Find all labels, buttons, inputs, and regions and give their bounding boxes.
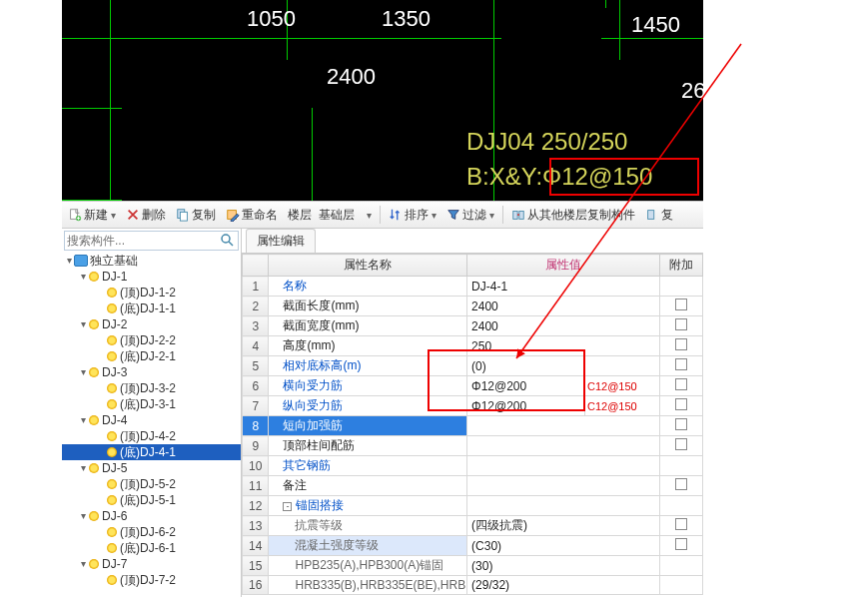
grid-propvalue[interactable]: Φ12@200 <box>467 396 585 416</box>
grid-propname[interactable]: 其它钢筋 <box>269 456 467 476</box>
tree-root[interactable]: ▾独立基础 <box>62 253 241 269</box>
search-input-wrap <box>64 231 239 251</box>
tree-node[interactable]: ▾DJ-4 <box>62 412 241 428</box>
grid-propname[interactable]: -锚固搭接 <box>269 496 467 516</box>
grid-checkbox[interactable] <box>659 336 702 356</box>
rename-button[interactable]: 重命名 <box>222 205 282 226</box>
grid-rownum: 8 <box>243 416 269 436</box>
dim-26: 26 <box>681 78 703 104</box>
grid-checkbox[interactable] <box>659 316 702 336</box>
tree-leaf[interactable]: (底)DJ-1-1 <box>62 300 241 316</box>
grid-propname[interactable]: 高度(mm) <box>269 336 467 356</box>
tree-leaf[interactable]: (底)DJ-4-1 <box>62 444 241 460</box>
grid-propvalue[interactable] <box>467 436 660 456</box>
grid-propname[interactable]: 截面宽度(mm) <box>269 316 467 336</box>
grid-checkbox[interactable] <box>659 396 702 416</box>
grid-checkbox[interactable] <box>659 297 702 316</box>
grid-propname[interactable]: HPB235(A),HPB300(A)锚固 <box>269 556 467 576</box>
grid-rownum: 11 <box>243 476 269 496</box>
tree-leaf[interactable]: (顶)DJ-1-2 <box>62 285 241 300</box>
search-icon[interactable] <box>220 233 236 249</box>
grid-propvalue[interactable] <box>467 456 660 476</box>
tree-leaf[interactable]: (顶)DJ-4-2 <box>62 428 241 444</box>
grid-propvalue[interactable]: 250 <box>467 336 660 356</box>
grid-rownum: 10 <box>243 456 269 476</box>
search-input[interactable] <box>67 234 220 248</box>
dim-2400: 2400 <box>327 64 376 90</box>
component-tree[interactable]: ▾独立基础▾DJ-1(顶)DJ-1-2(底)DJ-1-1▾DJ-2(顶)DJ-2… <box>62 253 241 597</box>
grid-rownum: 6 <box>243 376 269 396</box>
grid-checkbox[interactable] <box>659 436 702 456</box>
grid-propvalue[interactable]: (30) <box>467 556 660 576</box>
tree-node[interactable]: ▾DJ-5 <box>62 460 241 476</box>
tree-leaf[interactable]: (顶)DJ-6-2 <box>62 524 241 540</box>
grid-checkbox[interactable] <box>659 356 702 376</box>
tree-leaf[interactable]: (底)DJ-5-1 <box>62 492 241 508</box>
tree-leaf[interactable]: (顶)DJ-2-2 <box>62 332 241 348</box>
grid-rownum: 9 <box>243 436 269 456</box>
grid-propname[interactable]: 抗震等级 <box>269 516 467 536</box>
property-tab[interactable]: 属性编辑 <box>242 229 703 253</box>
delete-button[interactable]: 删除 <box>122 205 170 226</box>
col-rownum <box>243 255 269 277</box>
toolbar: 新建▾ 删除 复制 重命名 楼层 基础层▾ 排序▾ 过滤▾ 从其他楼层复制构件 … <box>62 201 703 229</box>
tree-leaf[interactable]: (顶)DJ-3-2 <box>62 380 241 396</box>
grid-propname[interactable]: HRB335(B),HRB335E(BE),HRBF <box>269 576 467 595</box>
grid-propname[interactable]: 混凝土强度等级 <box>269 536 467 556</box>
tree-node[interactable]: ▾DJ-7 <box>62 556 241 572</box>
tree-leaf[interactable]: (底)DJ-3-1 <box>62 396 241 412</box>
tree-node[interactable]: ▾DJ-6 <box>62 508 241 524</box>
grid-checkbox <box>659 277 702 297</box>
grid-propname[interactable]: 短向加强筋 <box>269 416 467 436</box>
tree-node[interactable]: ▾DJ-1 <box>62 269 241 285</box>
grid-propvalue[interactable]: (29/32) <box>467 576 660 595</box>
tree-node[interactable]: ▾DJ-2 <box>62 316 241 332</box>
grid-rownum: 4 <box>243 336 269 356</box>
grid-propname[interactable]: 备注 <box>269 476 467 496</box>
grid-checkbox <box>659 556 702 576</box>
grid-checkbox[interactable] <box>659 516 702 536</box>
grid-propname[interactable]: 截面长度(mm) <box>269 297 467 316</box>
grid-propname[interactable]: 相对底标高(m) <box>269 356 467 376</box>
tree-node[interactable]: ▾DJ-3 <box>62 364 241 380</box>
grid-propvalue[interactable] <box>467 496 660 516</box>
new-button[interactable]: 新建▾ <box>64 205 120 226</box>
grid-checkbox[interactable] <box>659 536 702 556</box>
tree-leaf[interactable]: (顶)DJ-7-2 <box>62 572 241 588</box>
grid-propname[interactable]: 横向受力筋 <box>269 376 467 396</box>
grid-checkbox[interactable] <box>659 376 702 396</box>
grid-propvalue[interactable]: Φ12@200 <box>467 376 585 396</box>
floor-selector[interactable]: 楼层 基础层▾ <box>284 205 376 226</box>
grid-propname[interactable]: 纵向受力筋 <box>269 396 467 416</box>
tree-leaf[interactable]: (顶)DJ-5-2 <box>62 476 241 492</box>
dim-1350: 1350 <box>382 6 431 32</box>
grid-propvalue[interactable] <box>467 476 660 496</box>
grid-propvalue[interactable]: 2400 <box>467 297 660 316</box>
grid-propname[interactable]: 名称 <box>269 277 467 297</box>
cad-viewport[interactable]: 1050 1350 1450 2400 26 DJJ04 250/250 B:X… <box>62 0 703 201</box>
tree-leaf[interactable]: (底)DJ-6-1 <box>62 540 241 556</box>
svg-rect-3 <box>180 212 187 221</box>
cad-label-1: DJJ04 250/250 <box>466 128 627 156</box>
tree-leaf[interactable]: (底)DJ-2-1 <box>62 348 241 364</box>
grid-propvalue[interactable] <box>467 416 660 436</box>
grid-propvalue[interactable]: 2400 <box>467 316 660 336</box>
svg-rect-6 <box>519 212 523 220</box>
grid-propvalue[interactable]: (0) <box>467 356 660 376</box>
grid-propvalue[interactable]: DJ-4-1 <box>467 277 660 297</box>
grid-checkbox[interactable] <box>659 416 702 436</box>
grid-checkbox[interactable] <box>659 476 702 496</box>
grid-propname[interactable]: 顶部柱间配筋 <box>269 436 467 456</box>
col-extra: 附加 <box>659 255 702 277</box>
dup-button[interactable]: 复 <box>641 205 677 226</box>
grid-correction: C12@150 <box>585 376 660 396</box>
grid-rownum: 16 <box>243 576 269 595</box>
grid-propvalue[interactable]: (C30) <box>467 536 660 556</box>
filter-button[interactable]: 过滤▾ <box>442 205 498 226</box>
copy-from-floor-button[interactable]: 从其他楼层复制构件 <box>507 205 639 226</box>
copy-button[interactable]: 复制 <box>172 205 220 226</box>
grid-checkbox <box>659 576 702 595</box>
grid-propvalue[interactable]: (四级抗震) <box>467 516 660 536</box>
grid-rownum: 15 <box>243 556 269 576</box>
sort-button[interactable]: 排序▾ <box>385 205 440 226</box>
